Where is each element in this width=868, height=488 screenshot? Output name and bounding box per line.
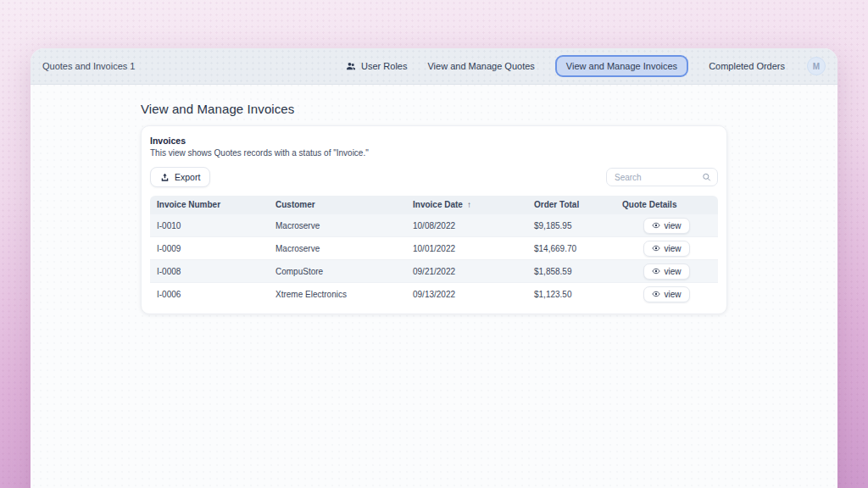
view-button-label: view [664,290,681,299]
nav-item-completed-orders[interactable]: Completed Orders [709,61,785,71]
view-button[interactable]: view [643,241,689,257]
cell-quote-details: view [615,218,718,234]
app-title: Quotes and Invoices 1 [42,61,135,71]
table-row: I-0009 Macroserve 10/01/2022 $14,669.70 … [150,236,718,259]
nav-item-label: User Roles [361,61,407,71]
view-button[interactable]: view [643,286,689,302]
cell-quote-details: view [615,286,718,302]
cell-customer: CompuStore [269,267,406,276]
cell-invoice-date: 10/01/2022 [406,244,527,253]
user-avatar[interactable]: M [807,57,826,75]
app-window: Quotes and Invoices 1 User Roles View an… [31,48,837,488]
nav-item-label: View and Manage Quotes [427,61,534,71]
cell-invoice-number: I-0009 [150,244,269,253]
export-icon [160,173,170,182]
cell-quote-details: view [615,241,718,257]
cell-order-total: $1,123.50 [527,290,615,299]
sort-ascending-icon[interactable]: ↑ [467,200,471,209]
nav-item-view-manage-invoices[interactable]: View and Manage Invoices [555,55,688,77]
table-row: I-0010 Macroserve 10/08/2022 $9,185.95 v… [150,214,718,236]
column-header-invoice-date[interactable]: Invoice Date ↑ [406,200,527,209]
cell-invoice-date: 09/13/2022 [406,290,527,299]
view-button-label: view [664,221,681,230]
cell-invoice-number: I-0008 [150,267,269,276]
cell-order-total: $1,858.59 [527,267,615,276]
export-button[interactable]: Export [150,167,210,187]
view-button[interactable]: view [643,263,689,280]
invoices-table: Invoice Number Customer Invoice Date ↑ O… [150,196,718,305]
cell-invoice-number: I-0010 [150,221,269,230]
table-header-row: Invoice Number Customer Invoice Date ↑ O… [150,196,718,214]
nav-menu: User Roles View and Manage Quotes View a… [346,55,826,77]
eye-icon [652,244,660,252]
cell-customer: Macroserve [269,221,406,230]
users-icon [346,61,356,71]
cell-order-total: $9,185.95 [527,221,615,230]
export-button-label: Export [175,172,200,182]
eye-icon [652,290,660,298]
panel-heading: Invoices [150,136,718,146]
cell-order-total: $14,669.70 [527,244,615,253]
column-header-order-total[interactable]: Order Total [527,200,615,209]
nav-item-view-manage-quotes[interactable]: View and Manage Quotes [427,61,534,71]
eye-icon [652,221,660,230]
column-header-quote-details[interactable]: Quote Details [615,200,718,209]
table-row: I-0006 Xtreme Electronics 09/13/2022 $1,… [150,282,718,305]
view-button[interactable]: view [643,218,689,234]
page-title: View and Manage Invoices [141,102,727,116]
cell-quote-details: view [615,263,718,280]
eye-icon [652,267,660,275]
table-toolbar: Export [150,167,718,187]
panel-description: This view shows Quotes records with a st… [150,148,718,158]
cell-invoice-date: 10/08/2022 [406,221,527,230]
nav-item-label: Completed Orders [709,61,785,71]
cell-customer: Xtreme Electronics [269,290,406,299]
search-icon [702,173,711,182]
view-button-label: view [664,244,681,253]
nav-item-label: View and Manage Invoices [566,61,677,71]
column-header-customer[interactable]: Customer [269,200,406,209]
nav-item-user-roles[interactable]: User Roles [346,61,407,71]
cell-invoice-date: 09/21/2022 [406,267,527,276]
cell-invoice-number: I-0006 [150,290,269,299]
search-box [606,168,718,186]
top-navigation-bar: Quotes and Invoices 1 User Roles View an… [31,48,837,85]
table-row: I-0008 CompuStore 09/21/2022 $1,858.59 v… [150,259,718,282]
invoices-panel: Invoices This view shows Quotes records … [141,125,727,314]
column-header-invoice-number[interactable]: Invoice Number [150,200,269,209]
cell-customer: Macroserve [269,244,406,253]
view-button-label: view [664,267,681,276]
main-content: View and Manage Invoices Invoices This v… [31,85,837,314]
